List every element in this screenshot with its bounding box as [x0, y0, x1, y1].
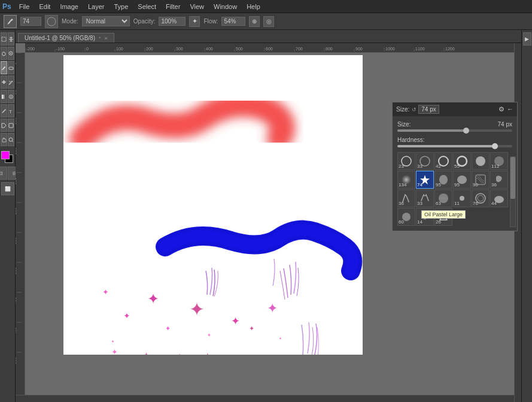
tool-type[interactable]: T: [8, 104, 14, 117]
hardness-slider-thumb[interactable]: [492, 143, 498, 149]
brush-cell-42[interactable]: 42: [434, 152, 452, 170]
svg-point-0: [47, 17, 56, 26]
svg-text:400: 400: [16, 297, 17, 304]
brush-tool-icon[interactable]: [4, 15, 17, 28]
svg-line-103: [479, 176, 484, 182]
brush-cell-36b[interactable]: 36: [397, 189, 415, 207]
brush-cell-33b[interactable]: 33: [416, 189, 434, 207]
brush-grid-scrollbar[interactable]: [510, 156, 516, 227]
menu-bar: Ps File Edit Image Layer Type Select Fil…: [0, 0, 532, 13]
svg-point-10: [10, 96, 12, 98]
brush-cell-134[interactable]: 134: [397, 171, 415, 189]
svg-text:100: 100: [116, 47, 123, 51]
svg-rect-46: [16, 53, 25, 402]
menu-view[interactable]: View: [186, 2, 208, 11]
brush-cell-74-selected[interactable]: 74: [416, 171, 434, 189]
tool-hand[interactable]: [1, 133, 7, 146]
svg-text:✦: ✦: [141, 350, 151, 355]
brush-cell-112[interactable]: 112: [490, 152, 508, 170]
svg-text:0: 0: [16, 62, 17, 65]
tool-eraser[interactable]: [8, 61, 14, 74]
svg-text:500: 500: [236, 47, 243, 51]
brush-cell-oilpastel[interactable]: 63 Oil Pastel Large: [434, 189, 452, 207]
tab-close-button[interactable]: ×: [104, 35, 107, 41]
tool-zoom[interactable]: [8, 133, 14, 146]
tool-screen-mode[interactable]: ⬜: [1, 182, 14, 195]
pressure-icon[interactable]: ⊕: [249, 16, 260, 27]
svg-rect-4: [9, 67, 13, 69]
brush-back-icon[interactable]: ←: [507, 105, 513, 113]
brush-reset-icon[interactable]: ↺: [412, 107, 417, 113]
brush-cell-70[interactable]: 70: [472, 152, 490, 170]
menu-file[interactable]: File: [15, 2, 34, 11]
opacity-input[interactable]: [159, 17, 186, 26]
brush-cell-60[interactable]: 60: [397, 208, 415, 226]
tool-blur[interactable]: [8, 90, 14, 103]
hardness-control: Hardness:: [397, 137, 512, 147]
menu-image[interactable]: Image: [56, 2, 83, 11]
brush-cell-95b[interactable]: 95: [453, 171, 471, 189]
brush-grid-scrollthumb[interactable]: [510, 157, 515, 199]
size-control-value: 74 px: [498, 121, 512, 128]
svg-text:-200: -200: [26, 47, 35, 51]
svg-text:300: 300: [176, 47, 183, 51]
brush-cell-44[interactable]: 44: [490, 189, 508, 207]
tab-title: Untitled-1 @ 50% (RGB/8): [25, 35, 95, 41]
tool-rect-marquee[interactable]: [1, 32, 7, 46]
brush-cell-11[interactable]: 11: [453, 189, 471, 207]
brush-settings-icon[interactable]: ⚙: [498, 105, 504, 113]
brush-cell-33[interactable]: 33: [416, 152, 434, 170]
tool-lasso[interactable]: [1, 47, 7, 60]
svg-point-3: [10, 53, 11, 54]
menu-edit[interactable]: Edit: [35, 2, 54, 11]
brush-cell-23[interactable]: 23: [397, 152, 415, 170]
svg-text:300: 300: [16, 237, 17, 244]
foreground-color[interactable]: [1, 151, 10, 159]
blend-mode-select[interactable]: Normal Multiply Screen: [82, 16, 130, 26]
svg-text:200: 200: [16, 177, 17, 185]
smoothing-icon[interactable]: ◎: [263, 16, 274, 27]
tool-path-select[interactable]: [1, 119, 7, 132]
brush-cell-55[interactable]: 55: [453, 152, 471, 170]
hardness-slider-fill: [397, 145, 495, 147]
menu-help[interactable]: Help: [242, 2, 265, 11]
panel-toggle-btn[interactable]: ▶: [523, 32, 531, 46]
tool-brush[interactable]: [1, 61, 7, 74]
brush-cell-95a[interactable]: 95: [434, 171, 452, 189]
menu-filter[interactable]: Filter: [162, 2, 184, 11]
horizontal-scrollbar[interactable]: [16, 395, 514, 402]
size-slider-thumb[interactable]: [463, 128, 469, 134]
brush-cell-76[interactable]: 76: [472, 189, 490, 207]
brush-cell-36a[interactable]: 36: [490, 171, 508, 189]
svg-text:✦: ✦: [249, 325, 254, 332]
svg-text:✦: ✦: [165, 325, 171, 332]
menu-window[interactable]: Window: [209, 2, 241, 11]
tool-quick-select[interactable]: [8, 47, 14, 60]
svg-point-107: [478, 195, 484, 201]
svg-text:450: 450: [16, 327, 17, 334]
airbrush-icon[interactable]: ✦: [189, 16, 200, 27]
document-tab[interactable]: Untitled-1 @ 50% (RGB/8) * ×: [18, 33, 114, 43]
tool-shape[interactable]: [8, 119, 14, 132]
tool-move[interactable]: [8, 32, 14, 46]
tool-history-brush[interactable]: [8, 75, 14, 89]
tool-gradient[interactable]: [1, 90, 7, 103]
tool-pen[interactable]: [1, 104, 7, 117]
svg-text:✦: ✦: [111, 340, 114, 343]
brush-cell-90[interactable]: 90: [472, 171, 490, 189]
flow-input[interactable]: [221, 17, 245, 26]
tool-standard-mode[interactable]: ⊡: [0, 167, 7, 180]
menu-layer[interactable]: Layer: [84, 2, 109, 11]
brush-tooltip: Oil Pastel Large: [421, 210, 466, 219]
menu-select[interactable]: Select: [133, 2, 160, 11]
brush-size-input[interactable]: [20, 17, 41, 26]
menu-type[interactable]: Type: [110, 2, 133, 11]
tool-clone-stamp[interactable]: [1, 75, 7, 89]
svg-text:150: 150: [16, 147, 17, 155]
size-slider-track[interactable]: [397, 129, 512, 132]
size-value: 74 px: [418, 105, 439, 114]
document-canvas[interactable]: ✦ ✦ ✦ ✦ ✦ ✦ ✦ ✦ ✦ ✦ ✦: [63, 55, 363, 355]
hardness-slider-track[interactable]: [397, 145, 512, 147]
svg-text:800: 800: [326, 47, 333, 51]
svg-text:✦: ✦: [147, 291, 159, 307]
